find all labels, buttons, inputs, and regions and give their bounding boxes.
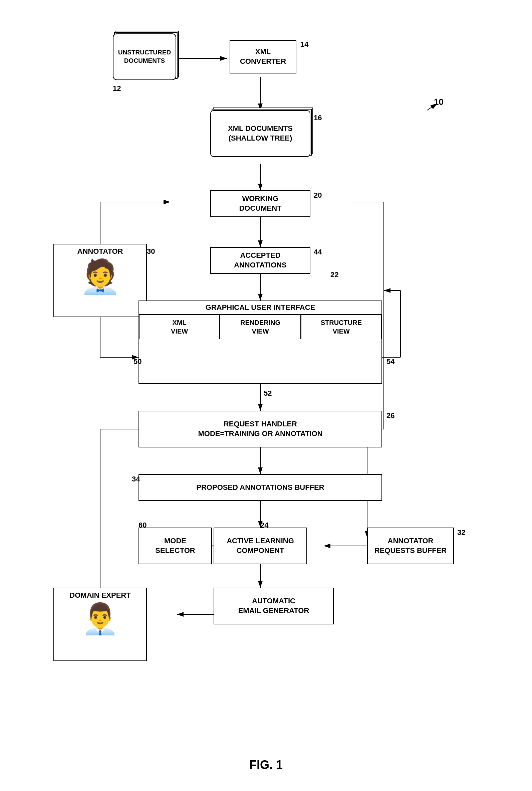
rendering-view-box: RENDERING VIEW [220, 315, 301, 339]
mode-selector-label: MODE SELECTOR [155, 536, 195, 555]
diagram: UNSTRUCTURED DOCUMENTS 12 XML CONVERTER … [0, 0, 532, 791]
domain-expert-label: DOMAIN EXPERT [70, 591, 131, 600]
ref-50: 50 [133, 357, 141, 366]
ref-44: 44 [314, 248, 322, 257]
auto-email-label: AUTOMATIC EMAIL GENERATOR [238, 596, 309, 615]
fig-caption: FIG. 1 [0, 758, 532, 772]
ref-26: 26 [386, 411, 395, 420]
xml-converter-label: XML CONVERTER [240, 47, 286, 66]
request-handler-box: REQUEST HANDLER MODE=TRAINING OR ANNOTAT… [138, 411, 382, 448]
gui-views-container: XML VIEW RENDERING VIEW STRUCTURE VIEW [139, 314, 381, 339]
ref-52: 52 [264, 389, 272, 398]
xml-documents-label: XML DOCUMENTS (SHALLOW TREE) [228, 124, 293, 143]
working-document-label: WORKING DOCUMENT [239, 194, 281, 213]
domain-expert-figure-icon: 👨‍💼 [81, 604, 119, 634]
xml-converter-box: XML CONVERTER [230, 40, 297, 73]
gui-outer-box: GRAPHICAL USER INTERFACE XML VIEW RENDER… [138, 301, 382, 384]
active-learning-box: ACTIVE LEARNING COMPONENT [214, 528, 307, 564]
annotator-box: ANNOTATOR 🧑‍💼 [53, 244, 147, 317]
proposed-annotations-box: PROPOSED ANNOTATIONS BUFFER [138, 474, 382, 501]
domain-expert-box: DOMAIN EXPERT 👨‍💼 [53, 588, 147, 661]
rendering-view-label: RENDERING VIEW [240, 319, 280, 335]
annotator-label: ANNOTATOR [77, 247, 123, 256]
gui-title-label: GRAPHICAL USER INTERFACE [139, 301, 381, 314]
annotator-requests-label: ANNOTATOR REQUESTS BUFFER [375, 536, 446, 555]
annotator-figure-icon: 🧑‍💼 [79, 260, 121, 293]
ref-60: 60 [138, 521, 147, 530]
xml-documents-box: XML DOCUMENTS (SHALLOW TREE) [210, 110, 310, 157]
ref10-arrow [400, 87, 440, 114]
mode-selector-box: MODE SELECTOR [138, 528, 212, 564]
ref-20: 20 [314, 191, 322, 200]
unstructured-documents-label: UNSTRUCTURED DOCUMENTS [118, 49, 171, 65]
ref-32: 32 [457, 528, 465, 537]
xml-view-box: XML VIEW [139, 315, 220, 339]
ref-22: 22 [330, 270, 338, 279]
ref-16: 16 [314, 114, 322, 122]
request-handler-label: REQUEST HANDLER MODE=TRAINING OR ANNOTAT… [198, 419, 323, 438]
ref-24: 24 [260, 521, 268, 530]
ref-30: 30 [147, 247, 155, 256]
xml-view-label: XML VIEW [171, 319, 188, 335]
working-document-box: WORKING DOCUMENT [210, 190, 310, 217]
accepted-annotations-label: ACCEPTED ANNOTATIONS [234, 251, 287, 270]
annotator-requests-box: ANNOTATOR REQUESTS BUFFER [367, 528, 454, 564]
active-learning-label: ACTIVE LEARNING COMPONENT [227, 536, 294, 555]
proposed-annotations-label: PROPOSED ANNOTATIONS BUFFER [196, 483, 324, 492]
ref-54: 54 [386, 357, 395, 366]
auto-email-box: AUTOMATIC EMAIL GENERATOR [214, 588, 334, 624]
ref-34: 34 [132, 475, 140, 484]
ref-14: 14 [300, 40, 308, 49]
unstructured-documents-box: UNSTRUCTURED DOCUMENTS [113, 33, 176, 80]
svg-line-28 [427, 103, 437, 110]
ref-12: 12 [113, 84, 121, 93]
structure-view-label: STRUCTURE VIEW [321, 319, 362, 335]
accepted-annotations-box: ACCEPTED ANNOTATIONS [210, 247, 310, 274]
structure-view-box: STRUCTURE VIEW [301, 315, 381, 339]
